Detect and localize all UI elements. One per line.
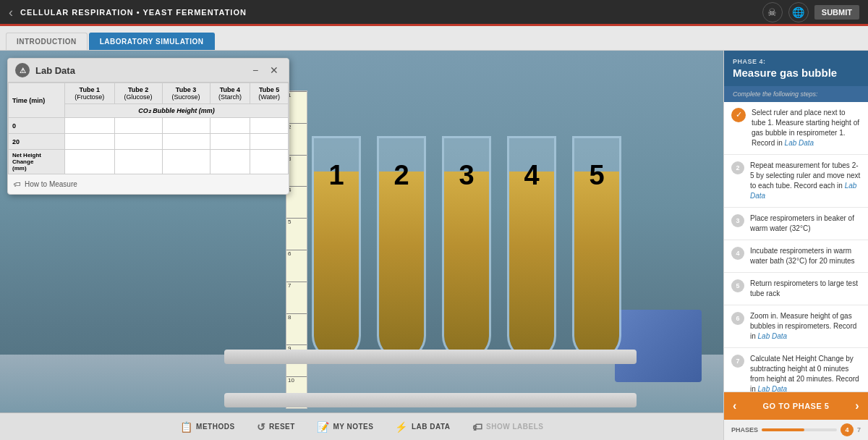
lab-data-button[interactable]: ⚡ LAB DATA	[395, 421, 450, 433]
accessibility-button[interactable]: ☠	[762, 2, 783, 22]
step-6-num: 6	[731, 312, 744, 325]
tube3-20min[interactable]	[162, 134, 210, 150]
reset-label: RESET	[269, 423, 295, 431]
how-to-measure-text: How to Measure	[25, 180, 77, 188]
step-2-text: Repeat measurement for tubes 2-5 by sele…	[750, 161, 861, 201]
right-panel: PHASE 4: Measure gas bubble Complete the…	[723, 51, 868, 440]
bottom-toolbar: 📋 METHODS ↺ RESET 📝 MY NOTES ⚡ LAB DATA …	[0, 412, 723, 440]
tube2-0min[interactable]	[114, 118, 162, 134]
co2-subheader: CO₂ Bubble Height (mm)	[64, 104, 288, 118]
time-0-label: 0	[9, 118, 65, 134]
step-1-text: Select ruler and place next to tube 1. M…	[752, 108, 861, 148]
step-3-num: 3	[731, 214, 744, 227]
language-button[interactable]: 🌐	[788, 2, 809, 22]
go-to-phase-button[interactable]: ‹ GO TO PHASE 5 ›	[724, 392, 868, 420]
tube-1-assembly[interactable]: 1	[312, 136, 361, 360]
lab-data-title: Lab Data	[35, 65, 75, 76]
methods-icon: 📋	[180, 421, 193, 433]
tube5-net[interactable]	[250, 150, 289, 174]
tube-3-number: 3	[459, 160, 474, 191]
reset-button[interactable]: ↺ RESET	[257, 421, 295, 433]
tube-2-assembly[interactable]: 2	[377, 136, 426, 360]
lab-data-toolbar-icon: ⚡	[395, 421, 408, 433]
step-2-num: 2	[731, 161, 744, 174]
tube3-net[interactable]	[162, 150, 210, 174]
table-row-20min: 20	[9, 134, 289, 150]
step-7-text: Calculate Net Height Change by subtracti…	[750, 354, 861, 392]
minimize-button[interactable]: −	[248, 63, 263, 77]
step-7-num: 7	[731, 355, 744, 368]
phase-left-arrow[interactable]: ‹	[733, 399, 737, 412]
lab-data-panel-header: ⚠ Lab Data − ✕	[8, 59, 289, 82]
complete-steps-text: Complete the following steps:	[724, 86, 868, 102]
how-to-measure-link[interactable]: 🏷 How to Measure	[8, 174, 289, 194]
time-header: Time (min)	[9, 83, 65, 118]
step-6: 6 Zoom in. Measure height of gas bubbles…	[724, 305, 868, 348]
tube1-0min[interactable]	[64, 118, 114, 134]
tab-bar: INTRODUCTION LABORATORY SIMULATION	[0, 26, 868, 51]
table-row-0min: 0	[9, 118, 289, 134]
go-to-phase-label: GO TO PHASE 5	[763, 402, 830, 410]
tube-4-assembly[interactable]: 4	[507, 136, 556, 360]
current-phase-badge: 4	[841, 423, 854, 436]
tube1-20min[interactable]	[64, 134, 114, 150]
progress-bar	[762, 428, 837, 431]
phases-label: PHASES	[731, 426, 758, 433]
step-6-text: Zoom in. Measure height of gas bubbles i…	[750, 311, 861, 342]
notes-icon: 📝	[317, 421, 330, 433]
tube5-header: Tube 5(Water)	[250, 83, 289, 104]
tube4-net[interactable]	[210, 150, 250, 174]
methods-label: METHODS	[196, 423, 235, 431]
submit-button[interactable]: SUBMIT	[814, 5, 859, 20]
tube4-header: Tube 4(Starch)	[210, 83, 250, 104]
phase-right-arrow[interactable]: ›	[855, 399, 859, 412]
tube5-0min[interactable]	[250, 118, 289, 134]
label-icon: 🏷	[472, 421, 483, 433]
tube2-20min[interactable]	[114, 134, 162, 150]
step-1: ✓ Select ruler and place next to tube 1.…	[724, 102, 868, 155]
step-4-num: 4	[731, 247, 744, 260]
tube4-20min[interactable]	[210, 134, 250, 150]
tube3-0min[interactable]	[162, 118, 210, 134]
time-20-label: 20	[9, 134, 65, 150]
lab-data-label: LAB DATA	[412, 423, 451, 431]
top-icons: ☠ 🌐 SUBMIT	[762, 2, 859, 22]
tube2-net[interactable]	[114, 150, 162, 174]
net-height-label: Net HeightChange(mm)	[9, 150, 65, 174]
app-title: CELLULAR RESPIRATION • YEAST FERMENTATIO…	[20, 8, 247, 17]
phases-progress: PHASES 4 7	[724, 420, 868, 440]
step-5-num: 5	[731, 279, 744, 292]
tube-5-assembly[interactable]: 5	[572, 136, 621, 360]
step-4: 4 Incubate respirometers in warm water b…	[724, 240, 868, 273]
lab-data-panel: ⚠ Lab Data − ✕ Time (min) Tube 1(Fructos…	[7, 58, 289, 195]
step-7: 7 Calculate Net Height Change by subtrac…	[724, 348, 868, 392]
step-5: 5 Return respirometers to large test tub…	[724, 273, 868, 305]
phase-header: PHASE 4: Measure gas bubble	[724, 51, 868, 86]
tube5-20min[interactable]	[250, 134, 289, 150]
tube1-net[interactable]	[64, 150, 114, 174]
bottom-nav: ‹ GO TO PHASE 5 › PHASES 4 7	[724, 392, 868, 440]
tube2-header: Tube 2(Glucose)	[114, 83, 162, 104]
tube-3-assembly[interactable]: 3	[442, 136, 491, 360]
my-notes-button[interactable]: 📝 MY NOTES	[317, 421, 374, 433]
tube-2-number: 2	[393, 160, 409, 191]
panel-controls: − ✕	[248, 63, 281, 77]
close-button[interactable]: ✕	[267, 63, 281, 77]
back-button[interactable]: ‹	[9, 6, 13, 19]
my-notes-label: MY NOTES	[333, 423, 373, 431]
tube3-header: Tube 3(Sucrose)	[162, 83, 210, 104]
methods-button[interactable]: 📋 METHODS	[180, 421, 235, 433]
progress-fill	[762, 428, 804, 431]
tube-1-number: 1	[328, 160, 344, 191]
step-3-text: Place respirometers in beaker of warm wa…	[750, 213, 861, 234]
show-labels-button[interactable]: 🏷 SHOW LABELS	[472, 421, 544, 433]
tab-laboratory-simulation[interactable]: LABORATORY SIMULATION	[89, 33, 215, 50]
tag-icon: 🏷	[14, 180, 21, 188]
lab-data-table: Time (min) Tube 1(Fructose) Tube 2(Gluco…	[8, 82, 289, 174]
total-phases: 7	[857, 426, 861, 433]
tube-4-number: 4	[524, 160, 539, 191]
top-bar: ‹ CELLULAR RESPIRATION • YEAST FERMENTAT…	[0, 0, 868, 26]
step-1-check: ✓	[731, 108, 746, 122]
tube4-0min[interactable]	[210, 118, 250, 134]
tab-introduction[interactable]: INTRODUCTION	[6, 33, 88, 50]
